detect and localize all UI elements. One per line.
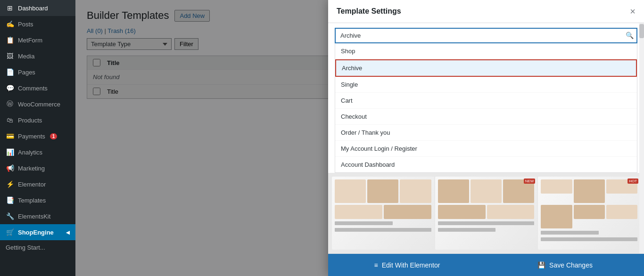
dropdown-item-shop[interactable]: Shop (335, 43, 637, 59)
sidebar-item-media[interactable]: 🖼 Media (0, 48, 75, 64)
sidebar-label-posts: Posts (18, 21, 33, 28)
elementor-icon: ⚡ (6, 180, 14, 188)
sidebar-label-metform: MetForm (18, 37, 42, 44)
dropdown-wrapper: 🔍 (328, 23, 644, 43)
sidebar-label-shopengine: ShopEngine (18, 229, 54, 236)
sidebar: ⊞ Dashboard ✍ Posts 📋 MetForm 🖼 Media 📄 … (0, 0, 75, 276)
dropdown-item-single[interactable]: Single (335, 77, 637, 93)
edit-label: Edit With Elementor (382, 261, 440, 269)
modal-close-button[interactable]: × (630, 7, 636, 16)
dropdown-item-account-dashboard[interactable]: Account Dashboard (335, 157, 637, 172)
modal-header: Template Settings × (328, 0, 644, 23)
comments-icon: 💬 (6, 84, 14, 92)
sidebar-label-marketing: Marketing (18, 165, 45, 172)
edit-with-elementor-button[interactable]: ≡ Edit With Elementor (328, 254, 486, 276)
preview-badge: NEW (524, 179, 536, 184)
modal-title: Template Settings (337, 7, 401, 16)
woocommerce-icon: Ⓦ (6, 100, 14, 108)
sidebar-item-woocommerce[interactable]: Ⓦ WooCommerce (0, 96, 75, 112)
dropdown-list: ShopArchiveSingleCartCheckoutOrder / Tha… (335, 43, 637, 173)
sidebar-item-elementor[interactable]: ⚡ Elementor (0, 176, 75, 192)
sidebar-label-analytics: Analytics (18, 149, 42, 156)
sidebar-item-posts[interactable]: ✍ Posts (0, 16, 75, 32)
sidebar-item-templates[interactable]: 📑 Templates (0, 192, 75, 208)
modal-body: 🔍 ShopArchiveSingleCartCheckoutOrder / T… (328, 23, 644, 253)
edit-icon: ≡ (374, 261, 378, 269)
analytics-icon: 📊 (6, 148, 14, 156)
shopengine-icon: 🛒 (6, 228, 14, 236)
dropdown-item-archive[interactable]: Archive (335, 59, 637, 77)
sidebar-label-elementskit: ElementsKit (18, 213, 50, 220)
sidebar-item-dashboard[interactable]: ⊞ Dashboard (0, 0, 75, 16)
getting-started-label: Getting Start... (6, 244, 45, 251)
sidebar-item-comments[interactable]: 💬 Comments (0, 80, 75, 96)
sidebar-item-metform[interactable]: 📋 MetForm (0, 32, 75, 48)
preview-badge-2: HOT (627, 179, 638, 184)
sidebar-label-products: Products (18, 117, 42, 124)
posts-icon: ✍ (6, 20, 14, 28)
sidebar-item-elementskit[interactable]: 🔧 ElementsKit (0, 208, 75, 224)
sidebar-label-pages: Pages (18, 69, 35, 76)
badge-payments: 1 (50, 133, 58, 139)
arrow-icon: ◀ (66, 230, 70, 235)
sidebar-label-templates: Templates (18, 197, 46, 204)
modal-scrollbar[interactable] (639, 23, 644, 253)
sidebar-item-shopengine[interactable]: 🛒 ShopEngine ◀ (0, 224, 75, 240)
sidebar-label-elementor: Elementor (18, 181, 46, 188)
modal-footer: ≡ Edit With Elementor 💾 Save Changes (328, 253, 644, 276)
dashboard-icon: ⊞ (6, 4, 14, 12)
sidebar-label-comments: Comments (18, 85, 48, 92)
sidebar-item-products[interactable]: 🛍 Products (0, 112, 75, 128)
template-settings-modal: Template Settings × 🔍 ShopArchiveSingleC… (328, 0, 644, 276)
sidebar-item-analytics[interactable]: 📊 Analytics (0, 144, 75, 160)
metform-icon: 📋 (6, 36, 14, 44)
dropdown-item-order-thank-you[interactable]: Order / Thank you (335, 125, 637, 141)
template-preview-area: NEW HOT (328, 173, 644, 253)
sidebar-label-media: Media (18, 53, 34, 60)
scrollbar-thumb (639, 24, 644, 38)
template-type-search-input[interactable] (335, 28, 637, 43)
products-icon: 🛍 (6, 116, 14, 124)
preview-card-3: HOT (538, 177, 640, 250)
preview-card-2: NEW (435, 177, 537, 250)
payments-icon: 💳 (6, 132, 14, 140)
dropdown-item-my-account[interactable]: My Account Login / Register (335, 141, 637, 157)
sidebar-item-payments[interactable]: 💳 Payments 1 (0, 128, 75, 144)
dropdown-item-cart[interactable]: Cart (335, 93, 637, 109)
preview-card-1 (332, 177, 434, 250)
elementskit-icon: 🔧 (6, 212, 14, 220)
marketing-icon: 📢 (6, 164, 14, 172)
sidebar-label-dashboard: Dashboard (18, 5, 48, 12)
save-changes-button[interactable]: 💾 Save Changes (486, 254, 644, 276)
sidebar-label-payments: Payments (18, 133, 45, 140)
media-icon: 🖼 (6, 52, 14, 60)
dropdown-item-checkout[interactable]: Checkout (335, 109, 637, 125)
getting-started-item[interactable]: Getting Start... (0, 240, 75, 255)
templates-icon: 📑 (6, 196, 14, 204)
pages-icon: 📄 (6, 68, 14, 76)
search-icon-button[interactable]: 🔍 (626, 32, 634, 39)
sidebar-item-pages[interactable]: 📄 Pages (0, 64, 75, 80)
save-icon: 💾 (537, 261, 545, 269)
save-label: Save Changes (549, 261, 593, 269)
sidebar-label-woocommerce: WooCommerce (18, 101, 60, 108)
sidebar-item-marketing[interactable]: 📢 Marketing (0, 160, 75, 176)
